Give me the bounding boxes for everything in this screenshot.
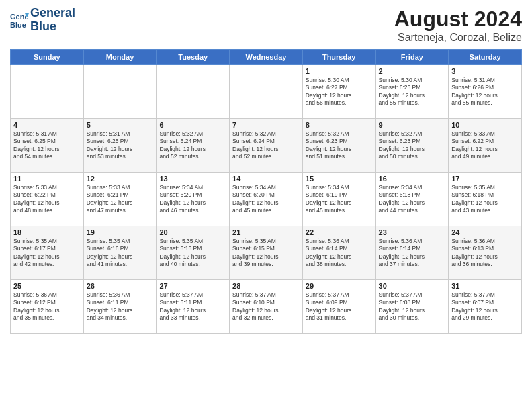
day-cell: 25Sunrise: 5:36 AM Sunset: 6:12 PM Dayli… — [11, 280, 84, 334]
day-info: Sunrise: 5:36 AM Sunset: 6:11 PM Dayligh… — [87, 291, 154, 322]
title-block: August 2024 Sarteneja, Corozal, Belize — [394, 7, 522, 44]
day-number: 17 — [451, 175, 519, 183]
day-info: Sunrise: 5:35 AM Sunset: 6:16 PM Dayligh… — [159, 238, 226, 269]
header: General Blue General Blue August 2024 Sa… — [10, 7, 522, 44]
day-number: 1 — [306, 67, 373, 75]
week-row-5: 25Sunrise: 5:36 AM Sunset: 6:12 PM Dayli… — [11, 280, 522, 334]
week-row-3: 11Sunrise: 5:33 AM Sunset: 6:22 PM Dayli… — [11, 173, 522, 226]
week-row-2: 4Sunrise: 5:31 AM Sunset: 6:25 PM Daylig… — [11, 119, 522, 173]
day-number: 13 — [159, 175, 226, 183]
day-cell — [230, 65, 303, 119]
day-info: Sunrise: 5:35 AM Sunset: 6:18 PM Dayligh… — [451, 184, 519, 215]
day-info: Sunrise: 5:36 AM Sunset: 6:13 PM Dayligh… — [451, 238, 519, 269]
day-number: 19 — [87, 228, 154, 236]
day-cell: 24Sunrise: 5:36 AM Sunset: 6:13 PM Dayli… — [449, 226, 522, 280]
day-number: 2 — [379, 67, 446, 75]
day-info: Sunrise: 5:32 AM Sunset: 6:24 PM Dayligh… — [232, 130, 300, 161]
day-number: 14 — [232, 175, 300, 183]
day-cell: 21Sunrise: 5:35 AM Sunset: 6:15 PM Dayli… — [230, 226, 303, 280]
day-info: Sunrise: 5:31 AM Sunset: 6:25 PM Dayligh… — [13, 130, 81, 161]
col-tuesday: Tuesday — [157, 50, 230, 65]
day-info: Sunrise: 5:31 AM Sunset: 6:26 PM Dayligh… — [451, 77, 519, 107]
day-cell: 7Sunrise: 5:32 AM Sunset: 6:24 PM Daylig… — [230, 119, 303, 173]
day-cell: 20Sunrise: 5:35 AM Sunset: 6:16 PM Dayli… — [157, 226, 230, 280]
day-info: Sunrise: 5:31 AM Sunset: 6:25 PM Dayligh… — [87, 130, 154, 161]
day-info: Sunrise: 5:35 AM Sunset: 6:17 PM Dayligh… — [13, 238, 81, 269]
day-cell: 6Sunrise: 5:32 AM Sunset: 6:24 PM Daylig… — [157, 119, 230, 173]
day-cell — [157, 65, 230, 119]
day-info: Sunrise: 5:32 AM Sunset: 6:23 PM Dayligh… — [306, 130, 373, 161]
col-wednesday: Wednesday — [230, 50, 303, 65]
day-number: 26 — [87, 282, 154, 290]
day-info: Sunrise: 5:36 AM Sunset: 6:14 PM Dayligh… — [306, 238, 373, 269]
day-info: Sunrise: 5:33 AM Sunset: 6:21 PM Dayligh… — [87, 184, 154, 215]
calendar-page: General Blue General Blue August 2024 Sa… — [0, 0, 532, 411]
calendar-title: August 2024 — [394, 7, 522, 32]
day-number: 23 — [379, 228, 446, 236]
col-thursday: Thursday — [302, 50, 375, 65]
day-number: 6 — [159, 121, 226, 129]
logo-text-line1: General — [30, 7, 75, 20]
calendar-subtitle: Sarteneja, Corozal, Belize — [394, 32, 522, 44]
day-number: 24 — [451, 228, 519, 236]
day-cell: 5Sunrise: 5:31 AM Sunset: 6:25 PM Daylig… — [83, 119, 157, 173]
day-info: Sunrise: 5:30 AM Sunset: 6:26 PM Dayligh… — [379, 77, 446, 107]
col-monday: Monday — [83, 50, 157, 65]
day-info: Sunrise: 5:37 AM Sunset: 6:09 PM Dayligh… — [306, 291, 373, 322]
day-info: Sunrise: 5:30 AM Sunset: 6:27 PM Dayligh… — [306, 77, 373, 107]
day-cell: 10Sunrise: 5:33 AM Sunset: 6:22 PM Dayli… — [449, 119, 522, 173]
day-cell: 8Sunrise: 5:32 AM Sunset: 6:23 PM Daylig… — [302, 119, 375, 173]
day-info: Sunrise: 5:34 AM Sunset: 6:18 PM Dayligh… — [379, 184, 446, 215]
day-info: Sunrise: 5:32 AM Sunset: 6:24 PM Dayligh… — [159, 130, 226, 161]
day-info: Sunrise: 5:36 AM Sunset: 6:12 PM Dayligh… — [13, 291, 81, 322]
day-number: 7 — [232, 121, 300, 129]
day-cell: 29Sunrise: 5:37 AM Sunset: 6:09 PM Dayli… — [302, 280, 375, 334]
day-cell: 16Sunrise: 5:34 AM Sunset: 6:18 PM Dayli… — [375, 173, 449, 226]
day-number: 3 — [451, 67, 519, 75]
day-info: Sunrise: 5:36 AM Sunset: 6:14 PM Dayligh… — [379, 238, 446, 269]
day-cell: 9Sunrise: 5:32 AM Sunset: 6:23 PM Daylig… — [375, 119, 449, 173]
day-number: 31 — [451, 282, 519, 290]
day-number: 29 — [306, 282, 373, 290]
day-cell — [11, 65, 84, 119]
day-cell: 3Sunrise: 5:31 AM Sunset: 6:26 PM Daylig… — [449, 65, 522, 119]
day-cell: 2Sunrise: 5:30 AM Sunset: 6:26 PM Daylig… — [375, 65, 449, 119]
day-info: Sunrise: 5:34 AM Sunset: 6:19 PM Dayligh… — [306, 184, 373, 215]
day-info: Sunrise: 5:35 AM Sunset: 6:16 PM Dayligh… — [87, 238, 154, 269]
day-cell: 14Sunrise: 5:34 AM Sunset: 6:20 PM Dayli… — [230, 173, 303, 226]
day-number: 11 — [13, 175, 81, 183]
day-cell — [83, 65, 157, 119]
day-cell: 19Sunrise: 5:35 AM Sunset: 6:16 PM Dayli… — [83, 226, 157, 280]
week-row-4: 18Sunrise: 5:35 AM Sunset: 6:17 PM Dayli… — [11, 226, 522, 280]
logo-text-line2: Blue — [30, 20, 75, 34]
day-cell: 17Sunrise: 5:35 AM Sunset: 6:18 PM Dayli… — [449, 173, 522, 226]
day-number: 27 — [159, 282, 226, 290]
day-cell: 18Sunrise: 5:35 AM Sunset: 6:17 PM Dayli… — [11, 226, 84, 280]
day-cell: 30Sunrise: 5:37 AM Sunset: 6:08 PM Dayli… — [375, 280, 449, 334]
day-info: Sunrise: 5:37 AM Sunset: 6:07 PM Dayligh… — [451, 291, 519, 322]
day-cell: 4Sunrise: 5:31 AM Sunset: 6:25 PM Daylig… — [11, 119, 84, 173]
week-row-1: 1Sunrise: 5:30 AM Sunset: 6:27 PM Daylig… — [11, 65, 522, 119]
day-info: Sunrise: 5:37 AM Sunset: 6:11 PM Dayligh… — [159, 291, 226, 322]
col-friday: Friday — [375, 50, 449, 65]
svg-text:Blue: Blue — [10, 21, 26, 29]
day-number: 22 — [306, 228, 373, 236]
day-info: Sunrise: 5:37 AM Sunset: 6:08 PM Dayligh… — [379, 291, 446, 322]
day-cell: 28Sunrise: 5:37 AM Sunset: 6:10 PM Dayli… — [230, 280, 303, 334]
day-info: Sunrise: 5:37 AM Sunset: 6:10 PM Dayligh… — [232, 291, 300, 322]
day-number: 30 — [379, 282, 446, 290]
col-saturday: Saturday — [449, 50, 522, 65]
day-info: Sunrise: 5:33 AM Sunset: 6:22 PM Dayligh… — [451, 130, 519, 161]
day-info: Sunrise: 5:33 AM Sunset: 6:22 PM Dayligh… — [13, 184, 81, 215]
day-number: 18 — [13, 228, 81, 236]
day-cell: 1Sunrise: 5:30 AM Sunset: 6:27 PM Daylig… — [302, 65, 375, 119]
day-number: 15 — [306, 175, 373, 183]
day-info: Sunrise: 5:34 AM Sunset: 6:20 PM Dayligh… — [159, 184, 226, 215]
day-info: Sunrise: 5:35 AM Sunset: 6:15 PM Dayligh… — [232, 238, 300, 269]
day-number: 25 — [13, 282, 81, 290]
col-sunday: Sunday — [11, 50, 84, 65]
day-cell: 13Sunrise: 5:34 AM Sunset: 6:20 PM Dayli… — [157, 173, 230, 226]
logo: General Blue General Blue — [10, 7, 75, 34]
day-info: Sunrise: 5:34 AM Sunset: 6:20 PM Dayligh… — [232, 184, 300, 215]
header-row: Sunday Monday Tuesday Wednesday Thursday… — [11, 50, 522, 65]
